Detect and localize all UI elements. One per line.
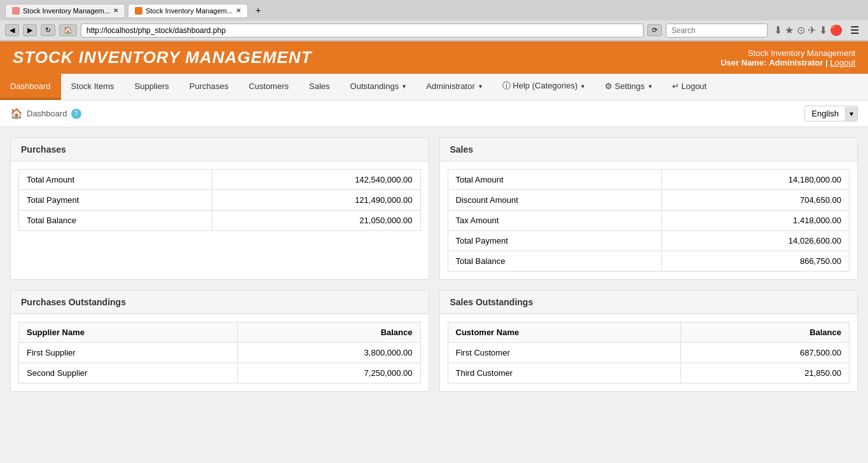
po-col1-header: Supplier Name [19, 322, 238, 343]
table-header-row: Supplier Name Balance [19, 322, 421, 343]
nav-dashboard[interactable]: Dashboard [0, 74, 61, 100]
nav-stock-items[interactable]: Stock Items [61, 74, 125, 100]
sales-row-2-label: Discount Amount [448, 190, 661, 211]
sales-outstandings-table: Customer Name Balance First Customer 687… [448, 322, 850, 384]
sales-row-2-value: 704,650.00 [661, 190, 849, 211]
so-row-1-balance: 687,500.00 [681, 343, 850, 363]
home-icon[interactable]: 🏠 [10, 107, 23, 120]
nav-settings[interactable]: ⚙ Settings [595, 74, 662, 100]
browser-toolbar: ◀ ▶ ↻ 🏠 ⟳ ⬇ ★ ⊙ ✈ ⬇ 🔴 ☰ [0, 20, 868, 41]
purchases-row-2-label: Total Payment [19, 190, 212, 211]
browser-chrome: Stock Inventory Managem... ✕ Stock Inven… [0, 0, 868, 41]
so-col2-header: Balance [681, 322, 850, 343]
po-row-2-balance: 7,250,000.00 [237, 363, 420, 384]
browser-search[interactable] [666, 24, 768, 38]
purchases-row-2-value: 121,490,000.00 [212, 190, 420, 211]
breadcrumb-bar: 🏠 Dashboard ? English ▾ [0, 100, 868, 127]
purchases-row-3-value: 21,050,000.00 [212, 211, 420, 231]
purchases-outstandings-table: Supplier Name Balance First Supplier 3,8… [18, 322, 421, 384]
navbar: Dashboard Stock Items Suppliers Purchase… [0, 74, 868, 100]
purchases-outstandings-card: Purchases Outstandings Supplier Name Bal… [10, 290, 429, 392]
purchases-outstandings-body: Supplier Name Balance First Supplier 3,8… [11, 314, 429, 391]
tab-2-close[interactable]: ✕ [236, 7, 241, 14]
po-row-1-balance: 3,800,000.00 [237, 343, 420, 363]
refresh-button[interactable]: ↻ [41, 24, 55, 36]
tab-1-close[interactable]: ✕ [113, 7, 118, 14]
browser-tab-1[interactable]: Stock Inventory Managem... ✕ [5, 4, 125, 17]
nav-purchases[interactable]: Purchases [179, 74, 238, 100]
po-row-1-name: First Supplier [19, 343, 238, 363]
new-tab-button[interactable]: + [251, 3, 266, 18]
table-row: Discount Amount 704,650.00 [448, 190, 850, 211]
browser-tab-2[interactable]: Stock Inventory Managem... ✕ [128, 4, 248, 17]
help-circle-icon[interactable]: ? [71, 109, 81, 119]
sales-row-5-label: Total Balance [448, 251, 661, 272]
sales-row-3-value: 1,418,000.00 [661, 211, 849, 231]
sales-card-body: Total Amount 14,180,000.00 Discount Amou… [440, 162, 858, 279]
so-row-1-name: First Customer [448, 343, 681, 363]
language-value: English [805, 106, 845, 121]
system-name: Stock Inventory Management [720, 48, 855, 58]
tab-2-favicon [135, 7, 142, 15]
nav-logout[interactable]: ↵ Logout [662, 74, 717, 100]
table-row: Total Balance 866,750.00 [448, 251, 850, 272]
home-nav-button[interactable]: 🏠 [59, 24, 77, 36]
sales-outstandings-title: Sales Outstandings [440, 291, 858, 314]
purchases-outstandings-title: Purchases Outstandings [11, 291, 429, 314]
nav-administrator[interactable]: Administrator [416, 74, 492, 100]
nav-suppliers[interactable]: Suppliers [125, 74, 179, 100]
language-selector[interactable]: English ▾ [804, 106, 858, 121]
browser-icons: ⬇ ★ ⊙ ✈ ⬇ 🔴 [774, 24, 843, 36]
url-bar[interactable] [81, 24, 644, 38]
nav-sales[interactable]: Sales [299, 74, 340, 100]
tab-1-label: Stock Inventory Managem... [23, 7, 110, 15]
username: Administrator [769, 58, 823, 67]
po-col2-header: Balance [237, 322, 420, 343]
forward-button[interactable]: ▶ [23, 24, 37, 36]
reload-button[interactable]: ⟳ [647, 24, 662, 36]
sales-card: Sales Total Amount 14,180,000.00 Discoun… [439, 137, 858, 280]
breadcrumb-left: 🏠 Dashboard ? [10, 107, 81, 120]
language-dropdown-arrow[interactable]: ▾ [845, 107, 857, 121]
back-button[interactable]: ◀ [5, 24, 19, 36]
purchases-card: Purchases Total Amount 142,540,000.00 To… [10, 137, 429, 280]
user-label: User Name: [720, 58, 766, 67]
sales-row-1-value: 14,180,000.00 [661, 170, 849, 190]
browser-menu-button[interactable]: ☰ [846, 23, 863, 38]
purchases-table: Total Amount 142,540,000.00 Total Paymen… [18, 169, 421, 231]
sales-outstandings-body: Customer Name Balance First Customer 687… [440, 314, 858, 391]
table-row: Total Balance 21,050,000.00 [19, 211, 421, 231]
so-row-2-name: Third Customer [448, 363, 681, 384]
sales-table: Total Amount 14,180,000.00 Discount Amou… [448, 169, 850, 272]
app-user-info: Stock Inventory Management User Name: Ad… [720, 48, 855, 67]
so-col1-header: Customer Name [448, 322, 681, 343]
table-row: First Supplier 3,800,000.00 [19, 343, 421, 363]
sales-card-title: Sales [440, 138, 858, 162]
po-row-2-name: Second Supplier [19, 363, 238, 384]
table-row: Total Amount 142,540,000.00 [19, 170, 421, 190]
nav-customers[interactable]: Customers [238, 74, 299, 100]
user-line: User Name: Administrator | Logout [720, 58, 855, 67]
table-row: Total Amount 14,180,000.00 [448, 170, 850, 190]
sales-row-5-value: 866,750.00 [661, 251, 849, 272]
tab-2-label: Stock Inventory Managem... [146, 7, 233, 15]
logout-link[interactable]: Logout [830, 58, 855, 67]
app-header: STOCK INVENTORY MANAGEMENT Stock Invento… [0, 41, 868, 74]
nav-outstandings[interactable]: Outstandings [340, 74, 417, 100]
table-row: Second Supplier 7,250,000.00 [19, 363, 421, 384]
purchases-row-1-label: Total Amount [19, 170, 212, 190]
table-row: Total Payment 121,490,000.00 [19, 190, 421, 211]
main-content: Purchases Total Amount 142,540,000.00 To… [0, 127, 868, 402]
purchases-row-3-label: Total Balance [19, 211, 212, 231]
sales-row-1-label: Total Amount [448, 170, 661, 190]
purchases-card-body: Total Amount 142,540,000.00 Total Paymen… [11, 162, 429, 238]
table-row: Tax Amount 1,418,000.00 [448, 211, 850, 231]
nav-help[interactable]: ⓘ Help (Categories) [492, 74, 595, 100]
table-row: Total Payment 14,026,600.00 [448, 231, 850, 251]
so-row-2-balance: 21,850.00 [681, 363, 850, 384]
purchases-card-title: Purchases [11, 138, 429, 162]
table-row: Third Customer 21,850.00 [448, 363, 850, 384]
sales-row-3-label: Tax Amount [448, 211, 661, 231]
table-row: First Customer 687,500.00 [448, 343, 850, 363]
purchases-row-1-value: 142,540,000.00 [212, 170, 420, 190]
